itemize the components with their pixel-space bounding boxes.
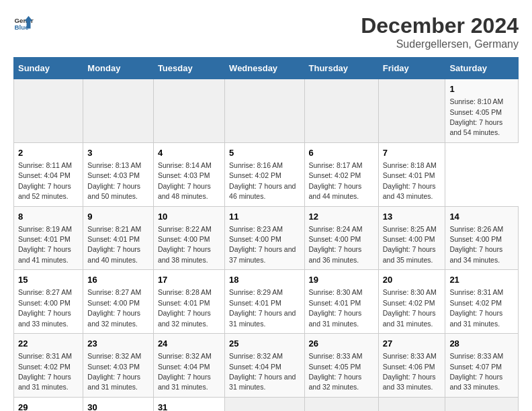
day-number: 7 — [383, 147, 441, 159]
subtitle: Sudergellersen, Germany — [361, 38, 519, 50]
day-cell: 2Sunrise: 8:11 AMSunset: 4:04 PMDaylight… — [14, 142, 83, 206]
daylight: Daylight: 7 hours and 31 minutes. — [158, 373, 211, 391]
sunrise: Sunrise: 8:13 AM — [87, 161, 141, 169]
sunset: Sunset: 4:01 PM — [87, 235, 140, 243]
day-number: 22 — [18, 338, 79, 350]
day-number: 26 — [309, 338, 374, 350]
sunrise: Sunrise: 8:27 AM — [18, 288, 72, 296]
sunrise: Sunrise: 8:26 AM — [449, 225, 503, 233]
day-cell: 23Sunrise: 8:32 AMSunset: 4:03 PMDayligh… — [83, 334, 154, 398]
day-header: Wednesday — [225, 58, 304, 79]
empty-day-cell — [304, 79, 378, 143]
sunset: Sunset: 4:01 PM — [229, 299, 281, 307]
day-number: 20 — [383, 274, 441, 286]
sunset: Sunset: 4:02 PM — [383, 299, 435, 307]
day-header: Thursday — [304, 58, 378, 79]
day-header: Tuesday — [153, 58, 224, 79]
day-number: 2 — [18, 147, 79, 159]
sunset: Sunset: 4:00 PM — [18, 299, 71, 307]
day-cell: 31Sunrise: 8:33 AMSunset: 4:10 PMDayligh… — [153, 397, 224, 411]
sunset: Sunset: 4:00 PM — [309, 235, 361, 243]
sunrise: Sunrise: 8:32 AM — [87, 352, 141, 360]
day-number: 18 — [229, 274, 300, 286]
sunrise: Sunrise: 8:30 AM — [309, 288, 363, 296]
daylight: Daylight: 7 hours and 31 minutes. — [449, 309, 502, 327]
daylight: Daylight: 7 hours and 40 minutes. — [87, 245, 140, 263]
sunset: Sunset: 4:01 PM — [383, 171, 435, 179]
daylight: Daylight: 7 hours and 33 minutes. — [383, 373, 436, 391]
day-number: 25 — [229, 338, 300, 350]
day-cell: 17Sunrise: 8:28 AMSunset: 4:01 PMDayligh… — [153, 270, 224, 334]
calendar-header-row: SundayMondayTuesdayWednesdayThursdayFrid… — [14, 58, 519, 79]
day-number: 9 — [87, 211, 149, 223]
sunset: Sunset: 4:05 PM — [309, 363, 361, 371]
sunrise: Sunrise: 8:32 AM — [229, 352, 283, 360]
daylight: Daylight: 7 hours and 31 minutes. — [87, 373, 140, 391]
header: General Blue December 2024 Sudergellerse… — [13, 13, 519, 50]
day-number: 6 — [309, 147, 374, 159]
day-cell: 19Sunrise: 8:30 AMSunset: 4:01 PMDayligh… — [304, 270, 378, 334]
day-number: 27 — [383, 338, 441, 350]
sunset: Sunset: 4:01 PM — [18, 235, 71, 243]
sunrise: Sunrise: 8:31 AM — [18, 352, 72, 360]
sunset: Sunset: 4:00 PM — [383, 235, 435, 243]
day-number: 16 — [87, 274, 149, 286]
sunset: Sunset: 4:04 PM — [229, 363, 281, 371]
empty-day-cell — [445, 397, 519, 411]
sunset: Sunset: 4:03 PM — [87, 171, 140, 179]
day-cell: 25Sunrise: 8:32 AMSunset: 4:04 PMDayligh… — [225, 334, 304, 398]
sunset: Sunset: 4:03 PM — [87, 363, 140, 371]
day-number: 11 — [229, 211, 300, 223]
sunrise: Sunrise: 8:21 AM — [87, 225, 141, 233]
sunrise: Sunrise: 8:25 AM — [383, 225, 437, 233]
day-number: 8 — [18, 211, 79, 223]
day-number: 23 — [87, 338, 149, 350]
day-number: 5 — [229, 147, 300, 159]
daylight: Daylight: 7 hours and 31 minutes. — [383, 309, 436, 327]
day-number: 30 — [87, 402, 149, 411]
sunrise: Sunrise: 8:29 AM — [229, 288, 283, 296]
daylight: Daylight: 7 hours and 52 minutes. — [18, 182, 71, 200]
day-number: 14 — [449, 211, 514, 223]
empty-day-cell — [83, 79, 154, 143]
sunrise: Sunrise: 8:18 AM — [383, 161, 437, 169]
day-cell: 14Sunrise: 8:26 AMSunset: 4:00 PMDayligh… — [445, 206, 519, 270]
day-number: 12 — [309, 211, 374, 223]
daylight: Daylight: 7 hours and 43 minutes. — [383, 182, 436, 200]
daylight: Daylight: 7 hours and 50 minutes. — [87, 182, 140, 200]
daylight: Daylight: 7 hours and 38 minutes. — [158, 245, 211, 263]
day-cell: 22Sunrise: 8:31 AMSunset: 4:02 PMDayligh… — [14, 334, 83, 398]
sunset: Sunset: 4:00 PM — [449, 235, 502, 243]
day-cell: 27Sunrise: 8:33 AMSunset: 4:06 PMDayligh… — [378, 334, 445, 398]
day-cell: 8Sunrise: 8:19 AMSunset: 4:01 PMDaylight… — [14, 206, 83, 270]
day-cell: 7Sunrise: 8:18 AMSunset: 4:01 PMDaylight… — [378, 142, 445, 206]
empty-day-cell — [304, 397, 378, 411]
sunrise: Sunrise: 8:16 AM — [229, 161, 283, 169]
day-number: 13 — [383, 211, 441, 223]
day-cell: 21Sunrise: 8:31 AMSunset: 4:02 PMDayligh… — [445, 270, 519, 334]
day-number: 10 — [158, 211, 220, 223]
empty-day-cell — [378, 79, 445, 143]
day-number: 3 — [87, 147, 149, 159]
day-cell: 26Sunrise: 8:33 AMSunset: 4:05 PMDayligh… — [304, 334, 378, 398]
day-number: 19 — [309, 274, 374, 286]
day-header: Sunday — [14, 58, 83, 79]
day-cell: 3Sunrise: 8:13 AMSunset: 4:03 PMDaylight… — [83, 142, 154, 206]
sunset: Sunset: 4:04 PM — [18, 171, 71, 179]
calendar-week-row: 1Sunrise: 8:10 AMSunset: 4:05 PMDaylight… — [14, 79, 519, 143]
logo-icon: General Blue — [13, 13, 34, 34]
daylight: Daylight: 7 hours and 33 minutes. — [18, 309, 71, 327]
sunset: Sunset: 4:00 PM — [158, 235, 210, 243]
sunset: Sunset: 4:00 PM — [229, 235, 281, 243]
calendar-week-row: 8Sunrise: 8:19 AMSunset: 4:01 PMDaylight… — [14, 206, 519, 270]
sunrise: Sunrise: 8:11 AM — [18, 161, 72, 169]
main-title: December 2024 — [361, 13, 519, 38]
sunrise: Sunrise: 8:32 AM — [158, 352, 212, 360]
sunset: Sunset: 4:02 PM — [449, 299, 502, 307]
day-cell: 12Sunrise: 8:24 AMSunset: 4:00 PMDayligh… — [304, 206, 378, 270]
day-header: Friday — [378, 58, 445, 79]
daylight: Daylight: 7 hours and 32 minutes. — [158, 309, 211, 327]
calendar-week-row: 2Sunrise: 8:11 AMSunset: 4:04 PMDaylight… — [14, 142, 519, 206]
sunrise: Sunrise: 8:28 AM — [158, 288, 212, 296]
sunrise: Sunrise: 8:27 AM — [87, 288, 141, 296]
